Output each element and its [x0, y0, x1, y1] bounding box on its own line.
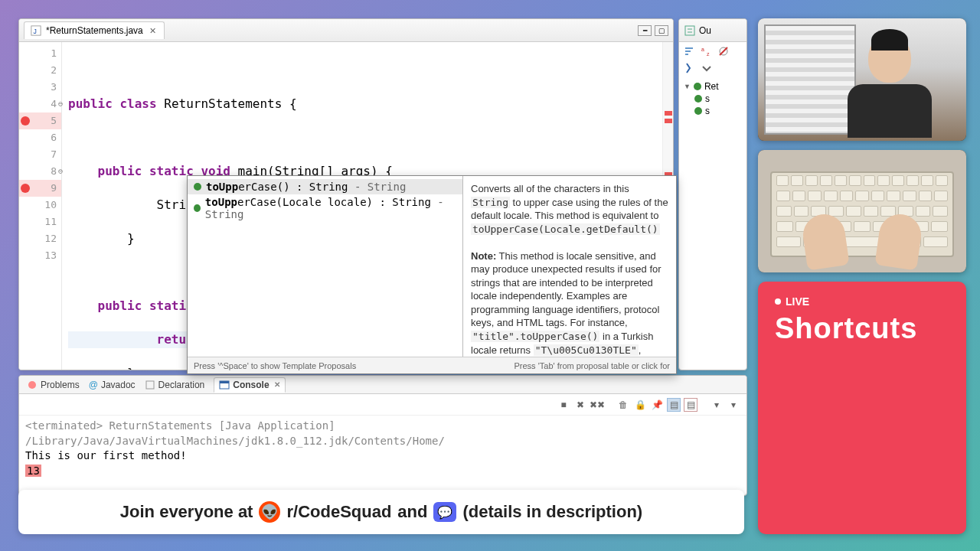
svg-text:z: z — [707, 51, 710, 57]
method-icon — [194, 204, 201, 212]
menu-icon[interactable] — [701, 62, 713, 74]
line-number: 2 — [19, 62, 61, 79]
scroll-lock-icon[interactable]: 🔒 — [633, 398, 647, 412]
hide-fields-icon[interactable] — [717, 45, 730, 57]
svg-rect-2 — [685, 26, 694, 35]
autocomplete-item[interactable]: toUpperCase() : String - String — [188, 179, 462, 194]
outline-method[interactable]: s — [684, 93, 742, 105]
remove-icon[interactable]: ✖ — [573, 398, 587, 412]
svg-rect-13 — [146, 381, 154, 389]
discord-icon: 💬 — [433, 502, 456, 522]
cta-banner: Join everyone at 👽 r/CodeSquad and 💬 (de… — [18, 490, 744, 534]
file-tab-label: *ReturnStatements.java — [46, 25, 143, 36]
clear-icon[interactable]: 🗑 — [616, 398, 630, 412]
console-line: This is our first method! — [25, 448, 740, 464]
tab-bar: J *ReturnStatements.java ✕ ━ ▢ — [19, 19, 673, 42]
console-line: 13 — [25, 465, 41, 477]
console-icon — [219, 380, 230, 390]
line-number: 4 — [19, 96, 61, 112]
outline-method[interactable]: s — [684, 105, 742, 117]
line-number: 7 — [19, 146, 61, 163]
new-console-icon[interactable]: ▾ — [727, 398, 740, 412]
file-tab[interactable]: J *ReturnStatements.java ✕ — [24, 21, 165, 39]
console-tab[interactable]: Console ✕ — [214, 377, 285, 393]
outline-class[interactable]: ▼Ret — [684, 80, 742, 93]
stop-icon[interactable]: ■ — [557, 398, 570, 412]
live-dot-icon — [775, 298, 781, 305]
line-number: 1 — [19, 45, 61, 62]
declaration-icon — [145, 380, 155, 390]
line-number: 10 — [19, 197, 61, 214]
line-number: 12 — [19, 230, 61, 247]
svg-rect-6 — [685, 51, 691, 52]
outline-panel: Ou az ▼Ret s s — [678, 18, 747, 370]
az-sort-icon[interactable]: az — [701, 45, 713, 57]
declaration-tab[interactable]: Declaration — [145, 380, 205, 390]
svg-rect-7 — [685, 54, 688, 55]
line-number: 11 — [19, 214, 61, 230]
outline-toolbar: az — [679, 42, 746, 77]
class-icon — [694, 83, 701, 90]
tab-close-icon[interactable]: ✕ — [148, 26, 158, 36]
line-number: 8 — [19, 163, 61, 180]
gutter: 1 2 3 4 5 6 7 8 9 10 11 12 13 — [19, 42, 62, 370]
line-number: 6 — [19, 129, 61, 146]
sort-icon[interactable] — [684, 45, 696, 57]
autocomplete-item[interactable]: toUpperCase(Locale locale) : String - St… — [188, 194, 462, 222]
maximize-button[interactable]: ▢ — [655, 25, 668, 36]
bottom-tabs: Problems @Javadoc Declaration Console ✕ — [19, 376, 746, 394]
outline-icon — [684, 24, 696, 37]
outline-tree[interactable]: ▼Ret s s — [679, 77, 746, 120]
autocomplete-footer: Press '^Space' to show Template Proposal… — [188, 357, 676, 373]
problems-icon — [27, 380, 38, 390]
display-icon[interactable]: ▤ — [667, 398, 681, 412]
svg-rect-15 — [220, 381, 229, 383]
keyboard-feed — [758, 150, 966, 272]
shortcuts-title: Shortcuts — [775, 312, 949, 345]
display2-icon[interactable]: ▤ — [684, 398, 697, 412]
reddit-icon: 👽 — [259, 501, 280, 523]
terminated-label: <terminated> ReturnStatements [Java Appl… — [25, 419, 740, 448]
link-icon[interactable] — [684, 62, 696, 74]
window-blinds — [764, 24, 856, 135]
problems-tab[interactable]: Problems — [27, 380, 80, 390]
remove-all-icon[interactable]: ✖✖ — [590, 398, 604, 412]
svg-rect-5 — [685, 47, 693, 49]
webcam-feed — [758, 18, 966, 141]
method-icon — [694, 107, 702, 115]
line-number-error: 9 — [19, 180, 61, 197]
line-number: 3 — [19, 79, 61, 96]
java-file-icon: J — [31, 25, 41, 36]
presenter — [844, 34, 936, 141]
console-toolbar: ■ ✖ ✖✖ 🗑 🔒 📌 ▤ ▤ ▾ ▾ — [19, 394, 746, 416]
method-icon — [194, 183, 201, 191]
line-number: 13 — [19, 247, 61, 264]
console-output[interactable]: <terminated> ReturnStatements [Java Appl… — [19, 416, 746, 481]
svg-point-12 — [28, 381, 36, 389]
pin-icon[interactable]: 📌 — [650, 398, 664, 412]
live-badge: LIVE — [775, 295, 949, 308]
open-console-icon[interactable]: ▾ — [710, 398, 724, 412]
minimize-button[interactable]: ━ — [638, 25, 652, 36]
window-controls: ━ ▢ — [638, 25, 668, 36]
bottom-panel: Problems @Javadoc Declaration Console ✕ … — [18, 375, 747, 496]
autocomplete-doc: Converts all of the characters in this S… — [463, 176, 676, 357]
svg-text:J: J — [34, 28, 37, 35]
autocomplete-popup: toUpperCase() : String - String toUpperC… — [187, 175, 677, 374]
svg-text:a: a — [701, 47, 704, 52]
shortcuts-card: LIVE Shortcuts — [758, 282, 966, 534]
javadoc-tab[interactable]: @Javadoc — [89, 380, 136, 390]
autocomplete-list[interactable]: toUpperCase() : String - String toUpperC… — [188, 176, 463, 357]
outline-tab[interactable]: Ou — [679, 19, 746, 42]
method-icon — [694, 95, 702, 103]
line-number-error: 5 — [19, 112, 61, 129]
